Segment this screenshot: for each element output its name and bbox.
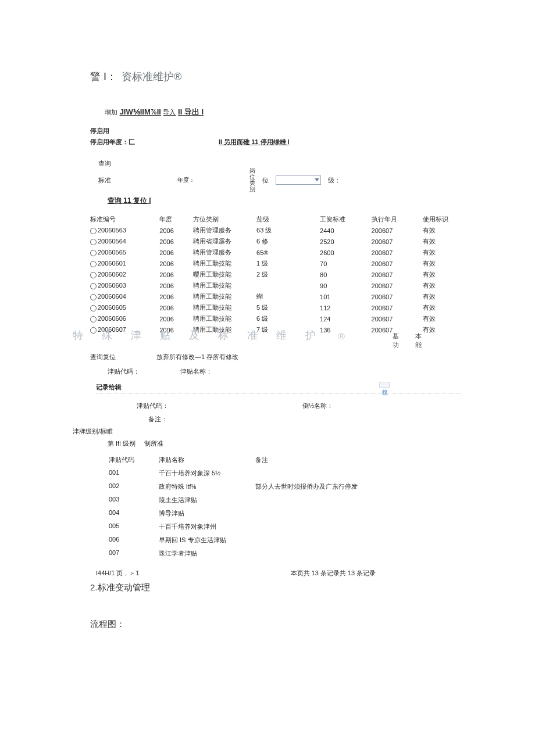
t2h-code: 津贴代码 xyxy=(109,454,158,466)
cell: 002 xyxy=(109,481,158,493)
level-b: 制所准 xyxy=(144,440,163,447)
modify-ops[interactable]: 放弃所有修改—1 存所有修改 xyxy=(156,353,238,361)
cell: 001 xyxy=(109,467,158,479)
cell: 20060605 xyxy=(90,302,159,313)
query-reset[interactable]: 查询复位 xyxy=(90,353,116,361)
cell: 63 级 xyxy=(256,225,320,236)
cell: 蝴 xyxy=(256,291,320,302)
cell: 2 级 xyxy=(256,269,320,280)
cell: 124 xyxy=(320,313,371,324)
th-level: 茄级 xyxy=(256,214,320,225)
cell: 80 xyxy=(320,269,371,280)
th-flag: 使用标识 xyxy=(423,214,462,225)
cell: 聘用工勤技能 xyxy=(193,280,256,291)
cell: 聘用工勤技能 xyxy=(193,302,256,313)
toolbar-mid[interactable]: JIW⅟₈IIM⅞II xyxy=(120,108,161,116)
th-date: 执行年月 xyxy=(372,214,423,225)
cell: 有效 xyxy=(423,236,462,247)
pager: I44H/1 页，＞1 xyxy=(96,569,140,578)
cell: 聘用工勤技能 xyxy=(193,258,256,269)
table-row[interactable]: 200605632006聘用管理服务63 级2440200607有效 xyxy=(90,225,462,236)
standards-table: 标准编号 年度 方位类别 茄级 工资标准 执行年月 使用标识 200605632… xyxy=(90,214,462,335)
cell: 聘用管理服务 xyxy=(193,247,256,258)
cell: 有效 xyxy=(423,280,462,291)
cell: 005 xyxy=(109,521,158,533)
th-std: 工资标准 xyxy=(320,214,371,225)
cell: 004 xyxy=(109,507,158,519)
table-row[interactable]: 002政府特殊 itf⅛部分人去世时须报侨办及广东行停发 xyxy=(109,481,366,493)
cell xyxy=(255,547,366,560)
query-buttons[interactable]: 查询 11 复位 I xyxy=(108,196,459,206)
cell: 政府特殊 itf⅛ xyxy=(159,481,254,493)
cell xyxy=(255,467,366,479)
table-row[interactable]: 007珠江学者津贴 xyxy=(109,547,366,560)
cell: 2006 xyxy=(159,247,193,258)
flow-label: 流程图： xyxy=(90,619,459,630)
cell: 有效 xyxy=(423,247,462,258)
import-label[interactable]: 导入 xyxy=(163,109,176,116)
record-edit-header: 记录给辑 xyxy=(96,384,122,390)
level-a: 第 Ifi 级别 xyxy=(108,440,135,447)
cell xyxy=(255,534,366,546)
table-row[interactable]: 200606062006聘用工勤技能6 级124200607有效 xyxy=(90,313,462,324)
table-row[interactable]: 006早期回 IS 专凉生活津贴 xyxy=(109,534,366,546)
enable-section: 停启用 xyxy=(90,127,459,135)
export-label[interactable]: II 导出 I xyxy=(178,108,204,116)
section2-sub: 基本功能 xyxy=(393,332,459,349)
table-row[interactable]: 200606042006聘用工勤技能蝴101200607有效 xyxy=(90,291,462,302)
cell: 90 xyxy=(320,280,371,291)
collapse-tab[interactable]: 收起 xyxy=(379,382,390,388)
post-dropdown[interactable] xyxy=(276,175,321,185)
table-row[interactable]: 001千百十培养对象深 5½ xyxy=(109,467,366,479)
cell: 6 修 xyxy=(256,236,320,247)
table-row[interactable]: 200606022006嘤用工勤技能2 级80200607有效 xyxy=(90,269,462,280)
cell: 200607 xyxy=(372,302,423,313)
cell: 2006 xyxy=(159,313,193,324)
cell: 有效 xyxy=(423,225,462,236)
table-row[interactable]: 200606052006聘用工勤技能5 级112200607有效 xyxy=(90,302,462,313)
cell: 聘用管理服务 xyxy=(193,225,256,236)
post-label: 位 xyxy=(262,176,269,185)
cell: 有效 xyxy=(423,302,462,313)
cell: 聘用工勤技能 xyxy=(193,291,256,302)
cell: 嘤用工勤技能 xyxy=(193,269,256,280)
table-row[interactable]: 200605642006聘用省理霹务6 修2520200607有效 xyxy=(90,236,462,247)
cell: 2006 xyxy=(159,258,193,269)
inner-code-label: 津贴代码： xyxy=(137,402,169,410)
add-label[interactable]: 增加 xyxy=(105,109,117,116)
note-label: 备注： xyxy=(148,415,459,424)
t2h-name: 津贴名称 xyxy=(159,454,254,466)
query-label: 查询 xyxy=(98,159,459,168)
cell: 65® xyxy=(256,247,320,258)
cell: 聘用工勤技能 xyxy=(193,313,256,324)
table-row[interactable]: 200605652006聘用管理服务65®2600200607有效 xyxy=(90,247,462,258)
cell: 200607 xyxy=(372,291,423,302)
enable-buttons[interactable]: II 另用而碓 11 停用绿睢 I xyxy=(219,138,290,146)
cell: 陵土生活津贴 xyxy=(159,494,254,506)
cell: 博导津贴 xyxy=(159,507,254,519)
cell: 20060603 xyxy=(90,280,159,291)
record-count: 本页共 13 条记录共 13 条记录 xyxy=(291,569,376,578)
cell: 珠江学者津贴 xyxy=(159,547,254,560)
std-label: 标准 xyxy=(98,176,111,185)
table-row[interactable]: 200606012006聘用工勤技能1 级70200607有效 xyxy=(90,258,462,269)
cell: 2006 xyxy=(159,236,193,247)
table-row[interactable]: 003陵土生活津贴 xyxy=(109,494,366,506)
cell: 2006 xyxy=(159,280,193,291)
table-row[interactable]: 004博导津贴 xyxy=(109,507,366,519)
cell: 003 xyxy=(109,494,158,506)
toolbar: 增加 JIW⅟₈IIM⅞II 导入 II 导出 I xyxy=(105,107,459,117)
cell: 有效 xyxy=(423,291,462,302)
cell xyxy=(255,494,366,506)
allowance-table: 津贴代码 津贴名称 备注 001千百十培养对象深 5½002政府特殊 itf⅛部… xyxy=(108,453,367,561)
cell: 早期回 IS 专凉生活津贴 xyxy=(159,534,254,546)
cell: 2006 xyxy=(159,225,193,236)
th-id: 标准编号 xyxy=(90,214,159,225)
table-row[interactable]: 005十百千培养对象津州 xyxy=(109,521,366,533)
cell: 200607 xyxy=(372,313,423,324)
cell xyxy=(255,521,366,533)
table-row[interactable]: 200606032006聘用工勤技能90200607有效 xyxy=(90,280,462,291)
th-type: 方位类别 xyxy=(193,214,256,225)
cell: 2520 xyxy=(320,236,371,247)
cell: 20060602 xyxy=(90,269,159,280)
